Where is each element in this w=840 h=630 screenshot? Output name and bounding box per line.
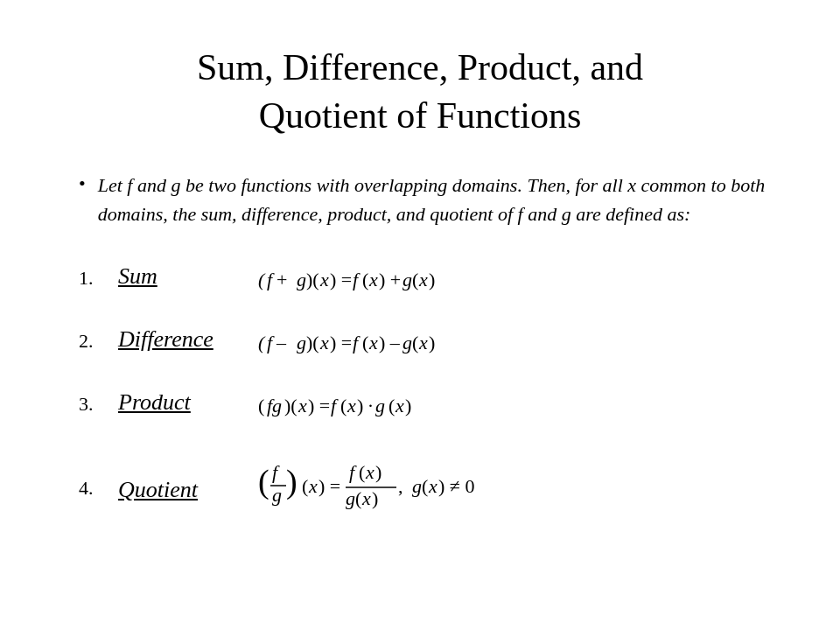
svg-text:)(: )( bbox=[306, 332, 319, 354]
list-item: 2. Difference ( f – g )( x ) = f ( x ) –… bbox=[79, 318, 788, 374]
formula-difference: ( f – g )( x ) = f ( x ) – g ( x ) bbox=[258, 318, 538, 361]
svg-text:(: ( bbox=[258, 463, 270, 500]
svg-text:)(: )( bbox=[306, 269, 319, 290]
svg-text:(: ( bbox=[388, 395, 395, 416]
svg-text:) +: ) + bbox=[379, 269, 401, 290]
title-line2: Quotient of Functions bbox=[259, 95, 582, 136]
page-title: Sum, Difference, Product, and Quotient o… bbox=[52, 35, 788, 139]
svg-text:x: x bbox=[361, 487, 371, 509]
item-number-1: 1. bbox=[79, 255, 118, 290]
svg-text:) =: ) = bbox=[318, 475, 340, 497]
svg-text:g: g bbox=[272, 484, 282, 506]
svg-text:f: f bbox=[267, 269, 275, 290]
list-item: 1. Sum ( f + g )( x ) = f ( x ) + g ( x … bbox=[79, 255, 788, 311]
svg-text:f: f bbox=[353, 332, 360, 354]
difference-formula-svg: ( f – g )( x ) = f ( x ) – g ( x ) bbox=[258, 323, 538, 361]
svg-text:f: f bbox=[267, 332, 275, 354]
formula-product: ( fg )( x ) = f ( x ) · g ( x ) bbox=[258, 381, 556, 424]
svg-text:+: + bbox=[276, 269, 287, 290]
sum-formula-svg: ( f + g )( x ) = f ( x ) + g ( x ) bbox=[258, 260, 538, 298]
svg-text:,: , bbox=[398, 475, 403, 497]
item-number-4: 4. bbox=[79, 452, 118, 500]
svg-text:f: f bbox=[349, 461, 357, 483]
svg-text:g: g bbox=[402, 332, 412, 354]
svg-text:): ) bbox=[286, 463, 298, 500]
svg-text:(: ( bbox=[258, 332, 266, 354]
svg-text:x: x bbox=[298, 395, 307, 416]
svg-text:(: ( bbox=[362, 269, 368, 290]
svg-text:f: f bbox=[272, 461, 280, 483]
svg-text:g: g bbox=[297, 332, 306, 354]
svg-text:) =: ) = bbox=[308, 395, 330, 416]
svg-text:(: ( bbox=[258, 269, 266, 290]
list-item: 4. Quotient ( f g ) ( x ) = f ( x bbox=[79, 452, 788, 522]
svg-text:(: ( bbox=[422, 475, 428, 497]
svg-text:(: ( bbox=[412, 332, 418, 354]
svg-text:): ) bbox=[372, 487, 378, 509]
svg-text:f: f bbox=[331, 395, 339, 416]
product-formula-svg: ( fg )( x ) = f ( x ) · g ( x ) bbox=[258, 386, 556, 424]
svg-text:g: g bbox=[375, 395, 385, 416]
formula-sum: ( f + g )( x ) = f ( x ) + g ( x ) bbox=[258, 255, 538, 298]
bullet-dot: • bbox=[79, 172, 86, 195]
formula-quotient: ( f g ) ( x ) = f ( x ) g ( x ) bbox=[258, 452, 608, 522]
svg-text:g: g bbox=[412, 475, 422, 497]
title-line1: Sum, Difference, Product, and bbox=[197, 47, 643, 88]
item-label-sum: Sum bbox=[118, 255, 258, 290]
svg-text:(: ( bbox=[359, 461, 365, 483]
svg-text:) ·: ) · bbox=[357, 395, 373, 416]
svg-text:g: g bbox=[346, 487, 355, 509]
svg-text:x: x bbox=[418, 269, 428, 290]
item-number-3: 3. bbox=[79, 381, 118, 416]
svg-text:x: x bbox=[418, 332, 428, 354]
item-label-product: Product bbox=[118, 381, 258, 416]
svg-text:(: ( bbox=[258, 395, 264, 416]
quotient-formula-svg: ( f g ) ( x ) = f ( x ) g ( x ) bbox=[258, 452, 608, 522]
svg-text:): ) bbox=[429, 269, 435, 290]
svg-text:x: x bbox=[346, 395, 356, 416]
intro-text: Let f and g be two functions with overla… bbox=[98, 171, 788, 228]
svg-text:(: ( bbox=[302, 475, 308, 497]
svg-text:x: x bbox=[395, 395, 404, 416]
svg-text:f: f bbox=[353, 269, 360, 290]
svg-text:x: x bbox=[319, 332, 329, 354]
list-item: 3. Product ( fg )( x ) = f ( x ) · g ( x… bbox=[79, 381, 788, 437]
item-label-quotient: Quotient bbox=[118, 452, 258, 503]
svg-text:x: x bbox=[368, 332, 378, 354]
svg-text:(: ( bbox=[362, 332, 368, 354]
item-label-difference: Difference bbox=[118, 318, 258, 353]
numbered-list: 1. Sum ( f + g )( x ) = f ( x ) + g ( x … bbox=[79, 255, 788, 522]
svg-text:(: ( bbox=[340, 395, 346, 416]
svg-text:)(: )( bbox=[284, 395, 298, 416]
svg-text:g: g bbox=[297, 269, 306, 290]
svg-text:) ≠ 0: ) ≠ 0 bbox=[438, 475, 474, 497]
svg-text:): ) bbox=[375, 461, 382, 483]
svg-text:x: x bbox=[428, 475, 438, 497]
svg-text:x: x bbox=[308, 475, 318, 497]
svg-text:g: g bbox=[402, 269, 412, 290]
svg-text:(: ( bbox=[412, 269, 418, 290]
svg-text:x: x bbox=[319, 269, 329, 290]
svg-text:–: – bbox=[276, 332, 287, 354]
svg-text:) –: ) – bbox=[379, 332, 401, 354]
svg-text:) =: ) = bbox=[330, 269, 352, 290]
svg-text:fg: fg bbox=[267, 395, 282, 416]
item-number-2: 2. bbox=[79, 318, 118, 353]
svg-text:(: ( bbox=[355, 487, 361, 509]
svg-text:x: x bbox=[365, 461, 374, 483]
svg-text:): ) bbox=[405, 395, 411, 416]
svg-text:x: x bbox=[368, 269, 378, 290]
svg-text:) =: ) = bbox=[330, 332, 352, 354]
intro-bullet: • Let f and g be two functions with over… bbox=[79, 171, 788, 228]
svg-text:): ) bbox=[429, 332, 435, 354]
